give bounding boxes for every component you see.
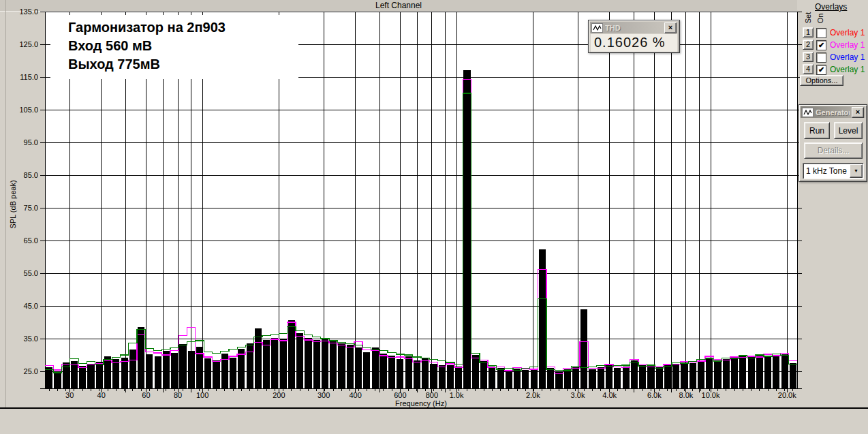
x-tick-label: 4.0k [593, 391, 627, 399]
overlay-3-set-button[interactable]: 3 [803, 52, 813, 62]
y-tick-label: 125.0 [5, 40, 38, 48]
generator-window: Generator × Run Level Details... 1 kHz T… [799, 104, 867, 182]
y-tick-label: 35.0 [5, 335, 38, 343]
x-tick-label: 60 [129, 391, 163, 399]
y-tick-label: 95.0 [5, 138, 38, 146]
x-tick-label: 10.0k [694, 391, 728, 399]
thd-window: THD × 0.16026 % [588, 20, 680, 53]
y-tick-label: 75.0 [5, 204, 38, 212]
x-axis-title: Frequency (Hz) [45, 399, 797, 407]
signal-select-value: 1 kHz Tone [803, 166, 850, 176]
y-tick-label: 55.0 [5, 269, 38, 277]
x-tick-label: 200 [262, 391, 296, 399]
check-icon: ✔ [818, 65, 824, 74]
x-tick-label: 20.0k [770, 391, 804, 399]
overlay-row-3: 3 ✔ Overlay 1 [797, 52, 868, 63]
x-tick-label: 600 [383, 391, 417, 399]
y-tick-label: 45.0 [5, 302, 38, 310]
waveform-icon [591, 23, 603, 33]
check-icon: ✔ [818, 41, 824, 49]
y-tick-label: 135.0 [5, 7, 38, 16]
y-tick-label: 105.0 [5, 106, 38, 114]
overlay-1-label: Overlay 1 [830, 28, 865, 37]
chart-annotation: Гармонизатор на 2п903 Вход 560 мВ Выход … [50, 15, 298, 79]
overlay-2-on-checkbox[interactable]: ✔ [816, 40, 826, 50]
generator-window-title: Generator [816, 108, 850, 117]
overlays-panel: Overlays Set On 1 ✔ Overlay 1 2 ✔ Overla… [797, 0, 868, 92]
overlay-2-set-button[interactable]: 2 [803, 40, 813, 50]
overlay-1-set-button[interactable]: 1 [803, 27, 813, 37]
x-tick-label: 300 [307, 391, 341, 399]
y-tick-label: 85.0 [5, 171, 38, 179]
options-button[interactable]: Options... [800, 75, 843, 86]
annotation-line-3: Выход 775мВ [68, 55, 298, 74]
overlays-set-column-label: Set [804, 7, 812, 28]
overlay-2-label: Overlay 1 [830, 40, 865, 50]
annotation-line-2: Вход 560 мВ [68, 37, 298, 55]
overlay-3-label: Overlay 1 [830, 52, 865, 62]
dropdown-arrow-icon[interactable]: ▼ [850, 164, 863, 178]
thd-value: 0.16026 % [591, 34, 677, 52]
thd-window-title: THD [605, 24, 662, 32]
overlay-row-2: 2 ✔ Overlay 1 [797, 40, 868, 50]
generator-titlebar[interactable]: Generator × [801, 106, 865, 118]
overlay-row-1: 1 ✔ Overlay 1 [797, 27, 868, 38]
channel-title: Left Channel [375, 1, 422, 10]
rta-analyzer-app: Left Channel SPL (dB peak) 135.0125.0115… [0, 0, 868, 434]
y-tick-label: 25.0 [5, 367, 38, 375]
x-tick-label: 100 [185, 391, 219, 399]
details-button[interactable]: Details... [804, 142, 863, 159]
window-bottom-border [0, 407, 868, 409]
annotation-line-1: Гармонизатор на 2п903 [68, 18, 298, 37]
generator-close-button[interactable]: × [852, 107, 864, 118]
signal-select[interactable]: 1 kHz Tone ▼ [803, 163, 864, 179]
x-tick-label: 30 [52, 391, 87, 399]
x-tick-label: 3.0k [561, 391, 595, 399]
level-button[interactable]: Level [834, 122, 863, 139]
thd-titlebar[interactable]: THD × [590, 22, 678, 33]
thd-close-button[interactable]: × [664, 22, 677, 33]
channel-title-band: Left Channel [0, 0, 797, 12]
waveform-icon [802, 108, 813, 117]
x-tick-label: 400 [339, 391, 373, 399]
overlay-row-4: 4 ✔ Overlay 1 [797, 64, 868, 75]
run-button[interactable]: Run [804, 122, 830, 139]
y-tick-label: 115.0 [5, 73, 38, 81]
x-tick-label: 2.0k [516, 391, 550, 399]
overlay-3-on-checkbox[interactable]: ✔ [816, 52, 826, 63]
y-tick-label: 65.0 [5, 236, 38, 245]
overlay-4-set-button[interactable]: 4 [803, 64, 813, 74]
overlay-1-on-checkbox[interactable]: ✔ [816, 28, 826, 38]
x-tick-label: 1.0k [439, 391, 474, 399]
overlay-4-on-checkbox[interactable]: ✔ [816, 65, 826, 75]
overlays-on-column-label: On [816, 8, 824, 29]
x-tick-label: 6.0k [637, 391, 671, 399]
x-tick-label: 40 [84, 391, 119, 399]
overlay-4-label: Overlay 1 [830, 65, 865, 74]
